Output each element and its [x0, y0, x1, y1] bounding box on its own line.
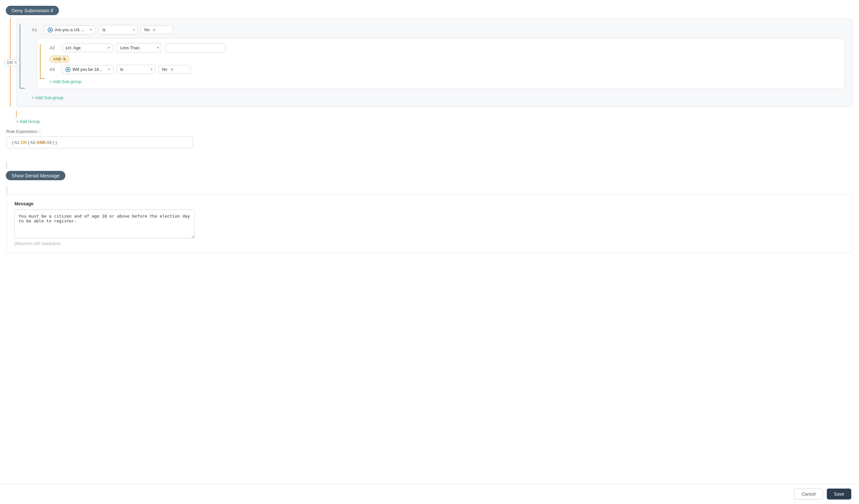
a1-value-container: No ✕	[141, 26, 173, 34]
or-label-text: OR	[7, 61, 13, 65]
a2-field-icon-123: 123	[65, 46, 71, 50]
a2-field-arrow: ▾	[108, 46, 110, 50]
add-subgroup-inner-container: + Add Sub-group	[49, 77, 839, 84]
a2-label: A2	[49, 45, 59, 50]
a2-value-input[interactable]: 18	[165, 43, 226, 52]
a1-operator-select[interactable]: Is Is Not Contains	[99, 25, 137, 34]
expr-mid: ( A2	[27, 140, 36, 145]
and-badge-icon: ⇅	[63, 57, 66, 61]
outer-bracket-horizontal	[20, 88, 25, 89]
and-badge-label: AND	[53, 57, 61, 61]
expr-open: ( A1	[12, 140, 20, 145]
a1-value-text: No	[144, 27, 150, 32]
a2-field-selector[interactable]: 123 Age ▾	[62, 44, 113, 52]
cancel-button[interactable]: Cancel	[794, 489, 823, 500]
footer-bar: Cancel Save	[0, 484, 859, 504]
add-subgroup-inner-link[interactable]: + Add Sub-group	[49, 79, 81, 84]
a2-operator-wrapper: Less Than Greater Than Equal To Is	[117, 43, 162, 52]
section-divider-line	[6, 161, 7, 169]
or-connector-area: OR ⇅	[4, 59, 20, 66]
add-group-container: + Add Group	[16, 111, 853, 124]
add-group-line	[16, 111, 17, 117]
or-icon: ⇅	[14, 61, 17, 65]
and-badge[interactable]: AND ⇅	[49, 56, 70, 63]
expr-or: OR	[20, 140, 27, 145]
a3-field-icon-inner	[67, 68, 69, 71]
inner-bracket-horizontal	[40, 78, 44, 79]
a3-operator-select[interactable]: Is Is Not	[117, 65, 155, 74]
rule-expression-label: Rule Expression: :	[6, 129, 853, 134]
add-group-link[interactable]: + Add Group	[16, 119, 40, 124]
show-denial-badge: Show Denial Message	[6, 171, 65, 180]
row-a1: A1 Are you a US ... ▾ Is Is Not Contains	[32, 25, 844, 34]
a3-label: A3	[49, 67, 59, 72]
a3-field-arrow: ▾	[108, 67, 110, 72]
page-wrapper: Deny Submission If A1 Are you a US ...	[0, 0, 859, 504]
a1-field-text: Are you a US ...	[55, 27, 88, 32]
a2-operator-select[interactable]: Less Than Greater Than Equal To Is	[117, 43, 162, 52]
a1-field-selector[interactable]: Are you a US ... ▾	[44, 26, 96, 34]
a1-label: A1	[32, 27, 41, 32]
a1-field-icon-inner	[49, 29, 51, 31]
message-label: Message	[15, 201, 844, 206]
a2-field-text: Age	[73, 45, 106, 50]
condition-container: A1 Are you a US ... ▾ Is Is Not Contains	[16, 18, 853, 107]
a3-value-container: No ✕	[159, 65, 191, 74]
a3-clear-button[interactable]: ✕	[170, 67, 174, 72]
add-subgroup-outer-link[interactable]: + Add Sub-group	[32, 95, 63, 100]
a3-field-icon	[65, 67, 71, 72]
expr-and: AND	[37, 140, 46, 145]
inner-bracket-vertical	[40, 44, 41, 79]
a1-clear-button[interactable]: ✕	[152, 28, 156, 32]
row-a2: A2 123 Age ▾ Less Than Greater Than Equa…	[49, 43, 839, 52]
deny-badge: Deny Submission If	[6, 6, 59, 15]
message-container: Message You must be a citizen and of age…	[6, 194, 853, 253]
a3-operator-wrapper: Is Is Not	[117, 65, 155, 74]
outer-bracket-vertical	[20, 25, 20, 89]
a3-field-text: Will you be 18...	[73, 67, 106, 72]
message-textarea[interactable]: You must be a citizen and of age 18 or a…	[15, 210, 195, 239]
a1-operator-wrapper: Is Is Not Contains	[99, 25, 137, 34]
a3-value-text: No	[162, 67, 167, 72]
add-subgroup-outer-container: + Add Sub-group	[32, 93, 844, 100]
expr-end: A3 ) )	[46, 140, 57, 145]
char-hint: (Maximum 100 characters)	[15, 241, 844, 246]
save-button[interactable]: Save	[827, 489, 851, 500]
denial-section: Message You must be a citizen and of age…	[0, 183, 859, 259]
rule-expression-section: Rule Expression: : ( A1 OR ( A2 AND A3 )…	[6, 129, 853, 148]
denial-connector-line	[6, 187, 7, 194]
row-a3: A3 Will you be 18... ▾ Is Is Not	[49, 65, 839, 74]
rule-expression-box: ( A1 OR ( A2 AND A3 ) )	[6, 136, 193, 148]
a1-field-icon	[48, 27, 53, 32]
deny-section: A1 Are you a US ... ▾ Is Is Not Contains	[0, 15, 859, 158]
a1-field-arrow: ▾	[90, 28, 92, 32]
a3-field-selector[interactable]: Will you be 18... ▾	[62, 65, 113, 74]
or-label[interactable]: OR ⇅	[4, 59, 20, 66]
inner-group: A2 123 Age ▾ Less Than Greater Than Equa…	[37, 38, 844, 89]
